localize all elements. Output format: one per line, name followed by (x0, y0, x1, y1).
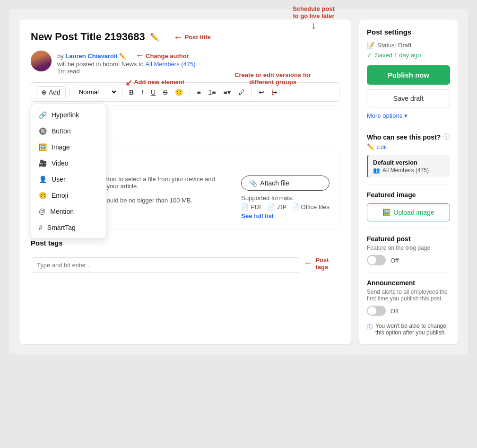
smarttag-icon: # (39, 224, 43, 231)
version-group: 👥 All Members (475) (373, 167, 445, 174)
publish-button[interactable]: Publish now (367, 65, 450, 85)
dropdown-item-image[interactable]: 🖼️ Image (31, 139, 106, 155)
announcement-toggle-label: Off (390, 307, 399, 315)
video-icon: 🎥 (39, 159, 47, 167)
hyperlink-icon: 🔗 (39, 111, 47, 119)
version-label: Default version (373, 159, 445, 166)
saved-label: Saved 1 day ago (375, 52, 421, 59)
featured-toggle[interactable] (367, 255, 386, 265)
read-time: 1m read (57, 68, 196, 75)
undo-button[interactable]: ↩ (256, 87, 267, 98)
dropdown-label-image: Image (52, 143, 70, 151)
featured-image-label: Featured image (367, 191, 450, 199)
format-office: 📄 Office files (292, 203, 330, 211)
change-author-annotation: ← Change author (135, 53, 189, 60)
edit-pencil-icon: ✏️ (367, 143, 374, 150)
announcement-toggle[interactable] (367, 306, 386, 316)
upload-image-button[interactable]: 🖼️ Upload image (367, 203, 450, 221)
more-options-button[interactable]: More options ▾ (367, 112, 408, 119)
strikethrough-button[interactable]: S (160, 87, 170, 98)
schedule-annotation: Schedule post to go live later ↓ (293, 5, 335, 32)
tags-arrow: ← (304, 258, 312, 268)
attach-file-button[interactable]: 📎 Attach file (241, 176, 330, 191)
tags-input-row: ← Post tags (31, 254, 339, 273)
who-can-see-label: Who can see this post? (367, 133, 441, 141)
dropdown-item-smarttag[interactable]: # SmartTag (31, 220, 106, 236)
dropdown-label-button: Button (52, 127, 70, 135)
toolbar-divider-3 (190, 88, 190, 97)
announcement-label: Announcement (367, 279, 450, 287)
add-dropdown-menu: 🔗 Hyperlink 🔘 Button 🖼️ Image 🎥 Video 👤 (31, 104, 106, 239)
italic-button[interactable]: I (139, 87, 146, 98)
check-icon: ✓ (367, 52, 372, 59)
dropdown-item-mention[interactable]: @ Mention (31, 203, 106, 220)
panel-divider-1 (367, 126, 450, 126)
post-tags-annotation: Post tags (315, 256, 339, 271)
emoji-dropdown-icon: 😊 (39, 192, 47, 199)
featured-toggle-row: Off (367, 255, 450, 265)
pdf-icon: 📄 (241, 203, 249, 211)
feature-description: Feature on the blog page (367, 245, 450, 251)
dropdown-label-smarttag: SmartTag (47, 224, 76, 231)
author-posted-in: will be posted in boom! News to All Memb… (57, 61, 196, 68)
see-full-list-link[interactable]: See full list (241, 212, 274, 220)
highlight-button[interactable]: 🖊 (235, 87, 248, 98)
format-items: 📄 PDF 📄 ZIP 📄 Office files (241, 203, 330, 211)
zip-icon: 📄 (268, 203, 275, 211)
bold-button[interactable]: B (126, 87, 137, 98)
post-settings-panel: Post settings 📝 Status: Draft ✓ Saved 1 … (359, 19, 458, 345)
info-icon[interactable]: ⓘ (443, 133, 450, 141)
format-select[interactable]: Normal Heading 1 Heading 2 Heading 3 (74, 86, 118, 98)
saved-row: ✓ Saved 1 day ago (367, 52, 450, 59)
avatar-image (31, 51, 52, 71)
button-icon: 🔘 (39, 127, 47, 135)
post-tags-section: Post tags ← Post tags (31, 239, 339, 273)
toolbar-wrapper: ⊕ Add Normal Heading 1 Heading 2 Heading… (31, 82, 339, 102)
featured-toggle-label: Off (390, 257, 399, 264)
featured-post-label: Featured post (367, 235, 450, 243)
dropdown-label-mention: Mention (50, 208, 74, 215)
dropdown-label-video: Video (52, 159, 69, 167)
dropdown-item-button[interactable]: 🔘 Button (31, 123, 106, 139)
supported-formats: Supported formats: 📄 PDF 📄 ZIP (241, 194, 330, 220)
announcement-toggle-row: Off (367, 306, 450, 316)
edit-visibility-link[interactable]: ✏️ Edit (367, 143, 450, 150)
emoji-button[interactable]: 🙂 (172, 87, 186, 98)
author-avatar (31, 51, 52, 71)
edit-author-icon[interactable]: ✏️ (119, 53, 126, 60)
panel-title: Post settings (367, 28, 450, 36)
underline-button[interactable]: U (148, 87, 158, 98)
plus-icon: ⊕ (41, 88, 47, 96)
panel-divider-2 (367, 184, 450, 184)
attach-btn-area: 📎 Attach file Supported formats: 📄 PDF 📄 (241, 176, 330, 220)
page-wrapper: New Post Title 2193683 ✏️ ← Post title b… (9, 9, 468, 354)
draft-icon: 📝 (367, 42, 374, 49)
post-title-row: New Post Title 2193683 ✏️ ← Post title (31, 31, 339, 43)
dropdown-item-video[interactable]: 🎥 Video (31, 155, 106, 171)
announcement-note: ⓘ You won't be able to change this optio… (367, 323, 450, 336)
align-button[interactable]: ≡▾ (221, 87, 234, 98)
redo-button[interactable]: ↪ (269, 87, 280, 98)
format-pdf: 📄 PDF (241, 203, 263, 211)
author-info: by Lauren Chiavaroli ✏️ ← Change author … (57, 51, 196, 75)
numbered-list-button[interactable]: 1≡ (206, 87, 219, 98)
dropdown-item-hyperlink[interactable]: 🔗 Hyperlink (31, 107, 106, 123)
toolbar: ⊕ Add Normal Heading 1 Heading 2 Heading… (31, 82, 339, 102)
dropdown-item-emoji[interactable]: 😊 Emoji (31, 187, 106, 203)
members-link[interactable]: All Members (475) (145, 61, 195, 68)
save-draft-button[interactable]: Save draft (367, 89, 450, 107)
bullet-list-button[interactable]: ≡ (194, 87, 203, 98)
mention-icon: @ (39, 208, 45, 215)
author-name[interactable]: Lauren Chiavaroli (65, 53, 117, 60)
announcement-description: Send alerts to all employees the first t… (367, 289, 450, 302)
dropdown-label-emoji: Emoji (52, 192, 68, 199)
image-upload-icon: 🖼️ (382, 209, 390, 216)
dropdown-item-user[interactable]: 👤 User (31, 171, 106, 187)
who-can-see-row: Who can see this post? ⓘ (367, 133, 450, 141)
format-zip: 📄 ZIP (268, 203, 286, 211)
version-box: Default version 👥 All Members (475) (367, 155, 450, 177)
tags-input[interactable] (31, 257, 299, 273)
add-button[interactable]: ⊕ Add (36, 86, 66, 98)
edit-title-icon[interactable]: ✏️ (150, 33, 159, 42)
chevron-down-icon: ▾ (404, 112, 408, 119)
